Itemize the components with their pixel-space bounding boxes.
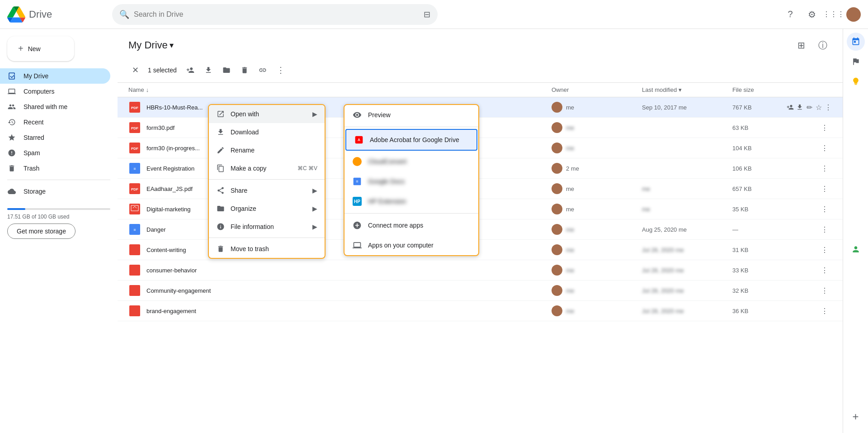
submenu-arrow-icon: ▶ [312, 223, 317, 230]
menu-item-label: Open with [231, 110, 259, 118]
menu-item-download[interactable]: Download [209, 123, 325, 141]
submenu-arrow-icon: ▶ [312, 187, 317, 194]
menu-divider-2 [209, 238, 325, 238]
menu-item-label: Make a copy [231, 165, 266, 172]
open-with-submenu: Preview A Adobe Acrobat for Google Drive… [344, 104, 479, 256]
sub-separator [344, 127, 478, 127]
adobe-label: Adobe Acrobat for Google Drive [370, 136, 459, 143]
rename-icon [216, 146, 225, 155]
menu-item-label: Move to trash [231, 245, 269, 252]
submenu-item-adobe[interactable]: A Adobe Acrobat for Google Drive [345, 129, 477, 151]
menu-item-label: Download [231, 128, 259, 136]
trash-menu-icon [216, 244, 225, 253]
share-icon [216, 186, 225, 195]
submenu-item-googledocs[interactable]: ≡ Google Docs [344, 171, 478, 191]
menu-item-label: Rename [231, 147, 255, 154]
menu-item-file-info[interactable]: File information ▶ [209, 218, 325, 236]
menu-item-open-with[interactable]: Open with ▶ [209, 105, 325, 123]
context-menu: Open with ▶ Download Rename Make a copy … [208, 104, 326, 259]
submenu-item-cloudconvert[interactable]: CloudConvert [344, 152, 478, 171]
svg-text:≡: ≡ [356, 179, 358, 184]
submenu-arrow-icon: ▶ [312, 110, 317, 118]
adobe-icon: A [354, 134, 364, 145]
copy-icon [216, 164, 225, 173]
menu-shortcut: ⌘C ⌘V [297, 165, 317, 171]
cloudconvert-label: CloudConvert [368, 158, 407, 165]
menu-item-label: Organize [231, 205, 256, 212]
sub-separator-2 [344, 213, 478, 214]
organize-icon [216, 204, 225, 213]
info-icon [216, 222, 225, 231]
menu-item-trash[interactable]: Move to trash [209, 240, 325, 258]
menu-item-label: File information [231, 223, 274, 230]
preview-icon [352, 109, 363, 120]
menu-item-organize[interactable]: Organize ▶ [209, 200, 325, 218]
submenu-arrow-icon: ▶ [312, 205, 317, 212]
submenu-item-hp[interactable]: HP HP Extension [344, 191, 478, 211]
menu-item-rename[interactable]: Rename [209, 141, 325, 159]
submenu-item-preview[interactable]: Preview [344, 105, 478, 125]
googledocs-label: Google Docs [368, 178, 405, 185]
menu-divider [209, 179, 325, 180]
submenu-item-computer-apps[interactable]: Apps on your computer [344, 235, 478, 255]
submenu-item-connect[interactable]: Connect more apps [344, 215, 478, 235]
computer-apps-icon [352, 240, 363, 251]
menu-item-share[interactable]: Share ▶ [209, 181, 325, 200]
googledocs-icon: ≡ [352, 176, 363, 187]
cloudconvert-icon [352, 156, 363, 167]
preview-label: Preview [368, 111, 391, 119]
menu-item-copy[interactable]: Make a copy ⌘C ⌘V [209, 159, 325, 177]
hp-label: HP Extension [368, 198, 406, 205]
menu-item-label: Share [231, 187, 247, 194]
computer-apps-label: Apps on your computer [368, 242, 434, 249]
context-menu-overlay[interactable]: Open with ▶ Download Rename Make a copy … [0, 0, 868, 433]
download-icon [216, 128, 225, 137]
connect-icon [352, 220, 363, 231]
svg-text:A: A [358, 138, 360, 142]
connect-label: Connect more apps [368, 222, 423, 229]
open-with-icon [216, 109, 225, 119]
hp-icon: HP [352, 196, 363, 207]
